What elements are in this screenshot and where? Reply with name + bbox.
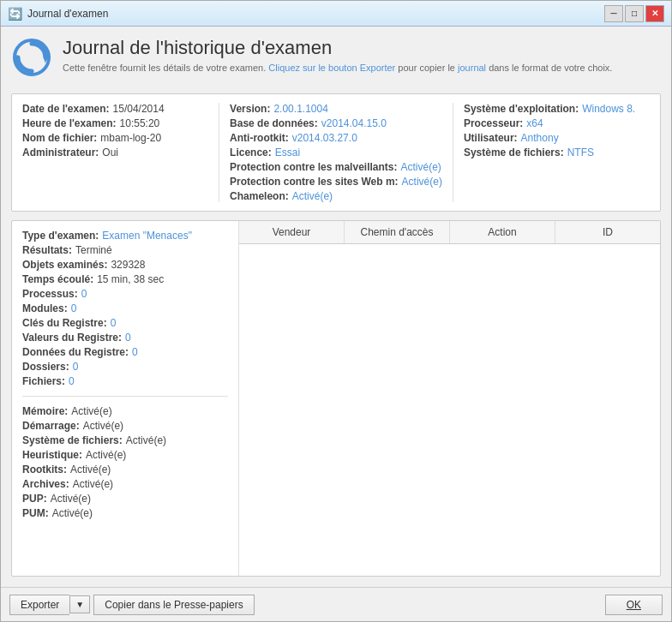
info-row: Système d'exploitation: Windows 8. bbox=[464, 103, 650, 115]
info-column-right: Système d'exploitation: Windows 8. Proce… bbox=[464, 103, 650, 202]
startup-label: Démarrage: bbox=[22, 420, 80, 432]
title-bar: 🔄 Journal d'examen ─ □ ✕ bbox=[1, 1, 671, 27]
pum-value: Activé(e) bbox=[52, 507, 93, 519]
folders-label: Dossiers: bbox=[22, 361, 69, 373]
info-row: Nom de fichier: mbam-log-20 bbox=[22, 132, 208, 144]
desc-mid: pour copier le bbox=[395, 63, 458, 73]
pup-label: PUP: bbox=[22, 493, 47, 505]
info-row: Système de fichiers: NTFS bbox=[464, 147, 650, 158]
rootkits-value: Activé(e) bbox=[70, 464, 111, 475]
modules-label: Modules: bbox=[22, 302, 68, 314]
table-body bbox=[239, 244, 660, 576]
malware-prot-label: Protection contre les malveillants: bbox=[230, 161, 397, 173]
journal-link[interactable]: journal bbox=[458, 63, 486, 73]
col-id: ID bbox=[555, 221, 660, 243]
main-section: Type d'examen: Examen "Menaces" Résultat… bbox=[11, 220, 661, 577]
maximize-button[interactable]: □ bbox=[625, 5, 644, 22]
reg-values-label: Valeurs du Registre: bbox=[22, 332, 122, 344]
modules-value: 0 bbox=[71, 302, 77, 314]
close-button[interactable]: ✕ bbox=[645, 5, 664, 22]
filename-label: Nom de fichier: bbox=[22, 132, 97, 144]
info-row: Clés du Registre: 0 bbox=[22, 317, 228, 329]
reg-values-value: 0 bbox=[125, 332, 131, 344]
info-row: Anti-rootkit: v2014.03.27.0 bbox=[230, 132, 442, 144]
title-bar-controls: ─ □ ✕ bbox=[604, 5, 664, 22]
admin-value: Oui bbox=[102, 147, 118, 158]
objects-label: Objets examinés: bbox=[22, 259, 107, 271]
info-row: Processeur: x64 bbox=[464, 117, 650, 129]
main-window: 🔄 Journal d'examen ─ □ ✕ Journal de l'hi… bbox=[0, 0, 672, 622]
info-row: PUM: Activé(e) bbox=[22, 507, 228, 519]
pup-value: Activé(e) bbox=[51, 493, 91, 505]
scan-type-label: Type d'examen: bbox=[22, 230, 99, 242]
date-value: 15/04/2014 bbox=[113, 103, 165, 115]
header-text: Journal de l'historique d'examen Cette f… bbox=[63, 37, 612, 73]
info-row: Fichiers: 0 bbox=[22, 375, 228, 387]
info-row: Date de l'examen: 15/04/2014 bbox=[22, 103, 208, 115]
info-panel: Date de l'examen: 15/04/2014 Heure de l'… bbox=[11, 93, 661, 212]
info-row: Processus: 0 bbox=[22, 288, 228, 300]
info-row: Utilisateur: Anthony bbox=[464, 132, 650, 144]
export-dropdown-button[interactable]: ▼ bbox=[69, 595, 90, 613]
info-row: Licence: Essai bbox=[230, 147, 442, 158]
heuristic-value: Activé(e) bbox=[86, 449, 126, 461]
reg-data-value: 0 bbox=[132, 346, 138, 358]
version-value: 2.00.1.1004 bbox=[273, 103, 327, 115]
info-row: Heure de l'examen: 10:55:20 bbox=[22, 117, 208, 129]
malware-prot-value: Activé(e) bbox=[400, 161, 441, 173]
date-label: Date de l'examen: bbox=[22, 103, 110, 115]
antirootkit-value: v2014.03.27.0 bbox=[292, 132, 357, 144]
pum-label: PUM: bbox=[22, 507, 49, 519]
archives-value: Activé(e) bbox=[73, 478, 113, 490]
chameleon-value: Activé(e) bbox=[292, 190, 333, 202]
clipboard-button[interactable]: Copier dans le Presse-papiers bbox=[93, 595, 254, 615]
info-row: Modules: 0 bbox=[22, 302, 228, 314]
info-row: Protection contre les malveillants: Acti… bbox=[230, 161, 442, 173]
ok-button[interactable]: OK bbox=[605, 595, 663, 615]
licence-label: Licence: bbox=[230, 147, 272, 158]
db-value: v2014.04.15.0 bbox=[321, 117, 387, 129]
info-row: PUP: Activé(e) bbox=[22, 493, 228, 505]
title-bar-left: 🔄 Journal d'examen bbox=[8, 7, 108, 21]
export-link[interactable]: Cliquez sur le bouton Exporter bbox=[268, 63, 395, 73]
filesystem-value: NTFS bbox=[567, 147, 594, 158]
minimize-button[interactable]: ─ bbox=[604, 5, 623, 22]
version-label: Version: bbox=[230, 103, 270, 115]
files-value: 0 bbox=[69, 375, 75, 387]
time-value: 10:55:20 bbox=[120, 117, 160, 129]
desc-after: dans le format de votre choix. bbox=[486, 63, 612, 73]
info-column-left: Date de l'examen: 15/04/2014 Heure de l'… bbox=[22, 103, 219, 202]
os-value: Windows 8. bbox=[582, 103, 635, 115]
info-row: Résultats: Terminé bbox=[22, 244, 228, 256]
cpu-value: x64 bbox=[526, 117, 543, 129]
time-label: Heure de l'examen: bbox=[22, 117, 117, 129]
results-label: Résultats: bbox=[22, 244, 72, 256]
elapsed-label: Temps écoulé: bbox=[22, 273, 93, 285]
filesys-label: Système de fichiers: bbox=[22, 434, 123, 446]
chameleon-label: Chameleon: bbox=[230, 190, 289, 202]
header-description: Cette fenêtre fournit les détails de vot… bbox=[63, 63, 612, 73]
db-label: Base de données: bbox=[230, 117, 318, 129]
info-row: Heuristique: Activé(e) bbox=[22, 449, 228, 461]
archives-label: Archives: bbox=[22, 478, 69, 490]
reg-keys-label: Clés du Registre: bbox=[22, 317, 107, 329]
window-title: Journal d'examen bbox=[27, 8, 108, 20]
files-label: Fichiers: bbox=[22, 375, 65, 387]
footer-left: Exporter ▼ Copier dans le Presse-papiers bbox=[9, 595, 255, 615]
left-panel: Type d'examen: Examen "Menaces" Résultat… bbox=[12, 221, 239, 576]
page-title: Journal de l'historique d'examen bbox=[63, 37, 612, 59]
info-column-middle: Version: 2.00.1.1004 Base de données: v2… bbox=[230, 103, 453, 202]
info-row: Temps écoulé: 15 min, 38 sec bbox=[22, 273, 228, 285]
export-button[interactable]: Exporter bbox=[9, 595, 69, 615]
desc-before: Cette fenêtre fournit les détails de vot… bbox=[63, 63, 268, 73]
reg-keys-value: 0 bbox=[111, 317, 117, 329]
elapsed-value: 15 min, 38 sec bbox=[97, 273, 164, 285]
filename-value: mbam-log-20 bbox=[100, 132, 161, 144]
info-row: Administrateur: Oui bbox=[22, 147, 208, 158]
footer: Exporter ▼ Copier dans le Presse-papiers… bbox=[1, 587, 671, 621]
info-row: Version: 2.00.1.1004 bbox=[230, 103, 442, 115]
info-row: Protection contre les sites Web m: Activ… bbox=[230, 176, 442, 188]
col-path: Chemin d'accès bbox=[345, 221, 450, 243]
col-action: Action bbox=[450, 221, 555, 243]
memory-value: Activé(e) bbox=[71, 405, 111, 417]
